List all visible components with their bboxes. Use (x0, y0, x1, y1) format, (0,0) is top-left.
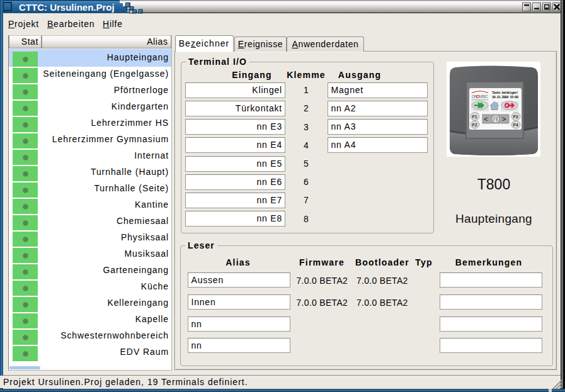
svg-text:F1: F1 (472, 115, 477, 119)
svg-text:Taste betätigen!: Taste betätigen! (492, 91, 518, 95)
svg-text:<: < (484, 115, 488, 123)
svg-text:F4: F4 (513, 123, 518, 127)
svg-text:F2: F2 (472, 123, 477, 127)
svg-text:>: > (502, 115, 506, 123)
svg-text:CRONTEC: CRONTEC (472, 94, 489, 99)
svg-text:19.11.2000 15:00: 19.11.2000 15:00 (492, 95, 519, 99)
svg-text:F3: F3 (513, 115, 518, 119)
